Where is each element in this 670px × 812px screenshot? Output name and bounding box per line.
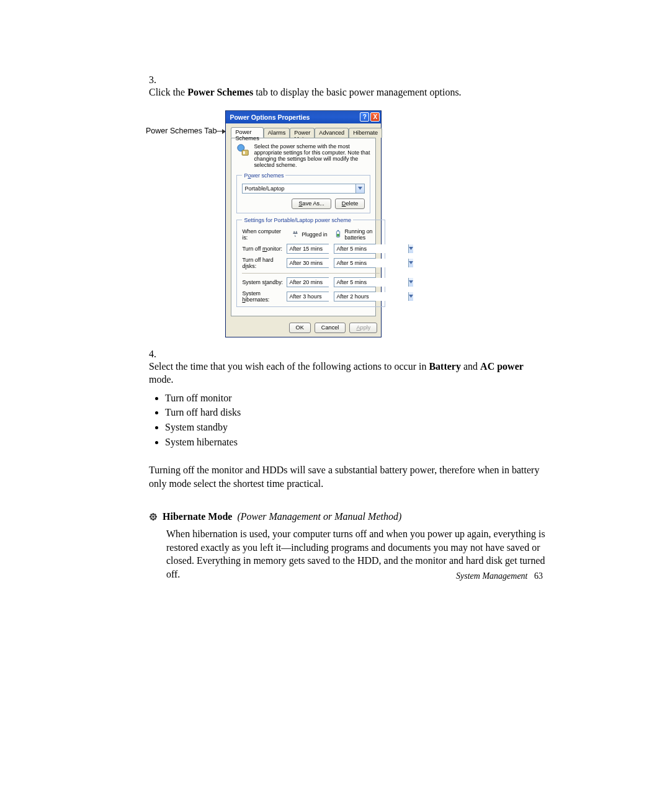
bullet-monitor: Turn off monitor <box>165 391 527 405</box>
apply-button[interactable]: Apply <box>349 323 377 333</box>
monitor-ac-select[interactable] <box>287 244 329 254</box>
tab-hibernate[interactable]: Hibernate <box>349 128 382 138</box>
battery-icon <box>334 230 342 239</box>
power-scheme-icon <box>236 143 250 157</box>
step-3: 3. Click the Power Schemes tab to displa… <box>149 74 546 337</box>
step-4-number: 4. <box>149 349 166 360</box>
disks-ac-select[interactable] <box>287 258 329 268</box>
svg-point-11 <box>150 514 152 516</box>
chevron-down-icon[interactable] <box>355 184 364 193</box>
disks-batt-select[interactable] <box>334 258 376 268</box>
cancel-button[interactable]: Cancel <box>315 323 346 333</box>
help-button[interactable]: ? <box>360 112 369 122</box>
dialog-tabs: Power Schemes Alarms Power Meter Advance… <box>231 127 376 138</box>
bullet-disks: Turn off hard disks <box>165 406 527 419</box>
bullet-hibernates: System hibernates <box>165 435 527 449</box>
hibernate-batt-select[interactable] <box>334 292 376 301</box>
power-options-dialog: Power Options Properties ? X Power Schem… <box>225 110 382 337</box>
plug-icon <box>291 230 300 239</box>
svg-point-9 <box>150 516 152 519</box>
legend-power-schemes: Power schemes <box>242 172 285 179</box>
note-paragraph: Turning off the monitor and HDDs will sa… <box>149 463 546 490</box>
step-3-number: 3. <box>149 74 166 86</box>
description-text: Select the power scheme with the most ap… <box>254 143 370 169</box>
fieldset-settings: Settings for Portable/Laptop power schem… <box>236 217 385 307</box>
row-hibernate-label: System hibernates: <box>242 290 284 303</box>
ok-button[interactable]: OK <box>289 323 311 333</box>
row-standby-label: System standby: <box>242 279 284 285</box>
header-when: When computer is: <box>242 228 284 241</box>
svg-point-13 <box>150 518 152 520</box>
svg-rect-2 <box>243 151 245 154</box>
monitor-batt-select[interactable] <box>334 244 376 254</box>
svg-point-7 <box>152 513 154 515</box>
step-4-bullets: Turn off monitor Turn off hard disks Sys… <box>165 391 527 448</box>
hibernate-title: Hibernate Mode <box>163 511 232 522</box>
tab-alarms[interactable]: Alarms <box>264 128 290 138</box>
svg-point-8 <box>152 519 154 521</box>
chevron-down-icon[interactable] <box>408 292 413 301</box>
svg-point-12 <box>154 514 156 516</box>
header-battery: Running on batteries <box>344 228 380 241</box>
svg-rect-5 <box>337 234 340 236</box>
dialog-title: Power Options Properties <box>230 114 310 121</box>
header-plugged: Plugged in <box>302 231 328 238</box>
tab-panel: Select the power scheme with the most ap… <box>231 138 376 316</box>
svg-point-14 <box>154 518 156 520</box>
chevron-down-icon[interactable] <box>408 259 413 267</box>
bullet-standby: System standby <box>165 421 527 434</box>
svg-rect-4 <box>338 230 339 231</box>
svg-point-10 <box>155 516 158 519</box>
step-4-text: Select the time that you wish each of th… <box>149 360 527 453</box>
step-3-text: Click the Power Schemes tab to display t… <box>149 86 527 99</box>
scheme-select-input[interactable] <box>243 184 355 193</box>
row-disks-label: Turn off hard disks: <box>242 257 284 269</box>
svg-rect-1 <box>243 150 249 155</box>
tab-power-schemes[interactable]: Power Schemes <box>231 127 263 138</box>
legend-settings: Settings for Portable/Laptop power schem… <box>242 217 353 223</box>
save-as-button[interactable]: Save As... <box>292 199 331 209</box>
chevron-down-icon[interactable] <box>408 278 413 287</box>
chevron-down-icon[interactable] <box>408 244 413 253</box>
fieldset-power-schemes: Power schemes Save As... Delete <box>236 172 370 213</box>
hibernate-ac-select[interactable] <box>287 292 329 301</box>
arrow-icon <box>217 131 225 132</box>
tab-advanced[interactable]: Advanced <box>315 128 349 138</box>
step-4: 4. Select the time that you wish each of… <box>149 349 546 453</box>
tab-power-meter[interactable]: Power Meter <box>290 128 315 138</box>
standby-ac-select[interactable] <box>287 277 329 287</box>
annotation-label: Power Schemes Tab <box>146 110 217 135</box>
row-monitor-label: Turn off monitor: <box>242 246 284 252</box>
dialog-footer: OK Cancel Apply <box>226 319 381 337</box>
scheme-select[interactable] <box>242 184 365 194</box>
divider <box>242 273 380 274</box>
hibernate-paren: (Power Management or Manual Method) <box>237 511 401 522</box>
dialog-titlebar: Power Options Properties ? X <box>226 111 381 123</box>
svg-point-6 <box>152 516 154 519</box>
delete-button[interactable]: Delete <box>335 199 365 209</box>
flower-icon <box>149 512 158 524</box>
close-button[interactable]: X <box>370 112 380 122</box>
standby-batt-select[interactable] <box>334 277 376 287</box>
page-footer: System Management 63 <box>456 571 543 581</box>
